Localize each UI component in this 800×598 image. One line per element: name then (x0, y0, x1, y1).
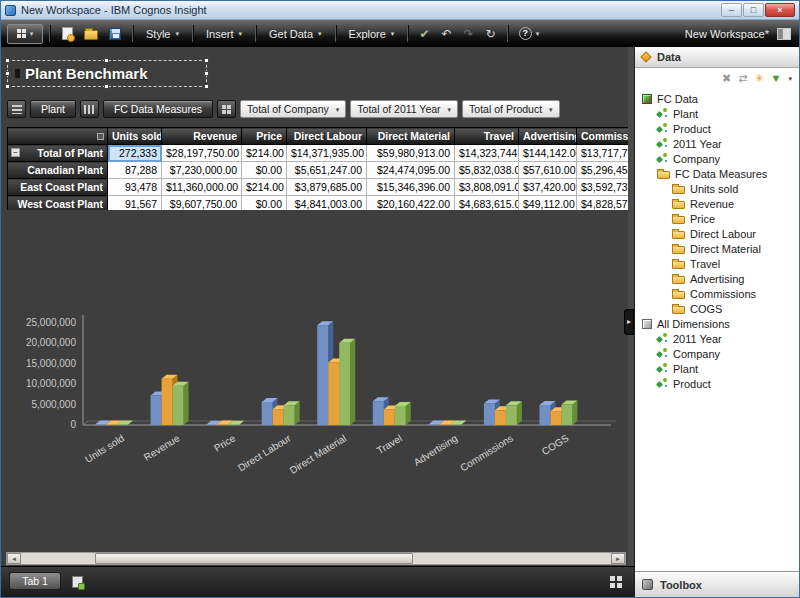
context-filter-year[interactable]: Total of 2011 Year ▾ (350, 100, 458, 118)
commit-button[interactable]: ✔ (414, 27, 434, 41)
crosstab-cell[interactable]: $14,323,744.00 (455, 145, 519, 162)
crosstab-cell[interactable]: $3,879,685.00 (287, 179, 367, 196)
menu-insert[interactable]: Insert ▾ (199, 25, 249, 43)
data-panel-header[interactable]: Data (635, 47, 799, 68)
title-bar[interactable]: New Workspace - IBM Cognos Insight – □ × (1, 1, 799, 20)
collapse-icon[interactable]: − (11, 148, 20, 157)
horizontal-scrollbar[interactable]: ◄ ► (6, 552, 626, 565)
crosstab-cell[interactable]: $57,610.00 (519, 162, 577, 179)
columns-dimension-button[interactable]: FC Data Measures (103, 100, 213, 118)
columns-zone-button[interactable] (80, 100, 99, 118)
remove-icon[interactable]: ✖ (722, 73, 731, 84)
crosstab-cell[interactable]: $37,420.00 (519, 179, 577, 196)
add-tab-button[interactable] (67, 574, 87, 589)
context-filter-company[interactable]: Total of Company ▾ (240, 100, 346, 118)
selection-handle[interactable] (5, 84, 10, 89)
crosstab-cell[interactable]: $24,474,095.00 (367, 162, 455, 179)
tree-item-revenue[interactable]: Revenue (635, 196, 799, 211)
tree-item-plant[interactable]: Plant (635, 106, 799, 121)
crosstab-row-header[interactable]: Canadian Plant (8, 162, 108, 179)
crosstab-row-header[interactable]: −Total of Plant (8, 145, 108, 162)
selection-handle[interactable] (204, 84, 209, 89)
rows-dimension-button[interactable]: Plant (30, 100, 76, 118)
selection-handle[interactable] (104, 58, 109, 63)
tab-1[interactable]: Tab 1 (9, 572, 61, 590)
rows-zone-button[interactable] (7, 100, 26, 118)
crosstab-cell[interactable]: 87,288 (108, 162, 162, 179)
new-workspace-button[interactable] (56, 24, 78, 44)
tree-item-2011-year[interactable]: 2011 Year (635, 331, 799, 346)
crosstab-cell[interactable]: $3,808,091.00 (455, 179, 519, 196)
crosstab-cell[interactable]: 93,478 (108, 179, 162, 196)
crosstab-column-header[interactable]: Commissions (577, 128, 629, 145)
save-button[interactable] (104, 24, 126, 44)
tree-item-cogs[interactable]: COGS (635, 301, 799, 316)
crosstab-widget[interactable]: Units soldRevenuePriceDirect LabourDirec… (7, 127, 628, 210)
crosstab-corner[interactable] (8, 128, 108, 145)
refresh-button[interactable]: ↻ (481, 27, 501, 41)
selection-handle[interactable] (104, 84, 109, 89)
tree-item-direct-labour[interactable]: Direct Labour (635, 226, 799, 241)
crosstab-cell[interactable]: $15,346,396.00 (367, 179, 455, 196)
crosstab-cell[interactable]: $0.00 (242, 196, 287, 211)
tree-item-product[interactable]: Product (635, 376, 799, 391)
menu-explore[interactable]: Explore ▾ (342, 25, 402, 43)
tree-item-travel[interactable]: Travel (635, 256, 799, 271)
tree-item-advertising[interactable]: Advertising (635, 271, 799, 286)
crosstab-column-header[interactable]: Travel (455, 128, 519, 145)
widget-grip-icon[interactable] (15, 69, 20, 78)
redo-button[interactable]: ↷ (459, 27, 479, 41)
crosstab-cell[interactable]: 91,567 (108, 196, 162, 211)
crosstab-column-header[interactable]: Direct Material (367, 128, 455, 145)
chevron-down-icon[interactable]: ▾ (788, 75, 792, 82)
context-zone-button[interactable] (217, 100, 236, 118)
crosstab-cell[interactable]: $214.00 (242, 145, 287, 162)
tree-item-plant[interactable]: Plant (635, 361, 799, 376)
crosstab-cell[interactable]: $4,683,615.00 (455, 196, 519, 211)
crosstab-column-header[interactable]: Revenue (162, 128, 242, 145)
crosstab-cell[interactable]: $11,360,000.00 (162, 179, 242, 196)
crosstab-cell[interactable]: 272,333 (108, 145, 162, 162)
tree-item-commissions[interactable]: Commissions (635, 286, 799, 301)
crosstab-row-header[interactable]: East Coast Plant (8, 179, 108, 196)
collapse-panel-button[interactable]: ▸ (624, 309, 634, 335)
title-widget[interactable]: Plant Benchmark (7, 60, 207, 87)
crosstab-cell[interactable]: $7,230,000.00 (162, 162, 242, 179)
scroll-right-button[interactable]: ► (611, 553, 625, 564)
crosstab-cell[interactable]: $20,160,422.00 (367, 196, 455, 211)
crosstab-column-header[interactable]: Advertising (519, 128, 577, 145)
help-button[interactable]: ? ▾ (514, 27, 545, 40)
close-button[interactable]: × (765, 3, 795, 17)
selection-handle[interactable] (204, 71, 209, 76)
crosstab-cell[interactable]: $13,717,763.00 (577, 145, 629, 162)
minimize-button[interactable]: – (721, 3, 742, 17)
selection-handle[interactable] (5, 71, 10, 76)
selection-handle[interactable] (5, 58, 10, 63)
crosstab-cell[interactable]: $5,832,038.00 (455, 162, 519, 179)
swap-icon[interactable]: ⇄ (738, 73, 747, 84)
crosstab-column-header[interactable]: Units sold (108, 128, 162, 145)
tree-item-company[interactable]: Company (635, 346, 799, 361)
tree-item-product[interactable]: Product (635, 121, 799, 136)
calculation-icon[interactable]: ✳ (754, 73, 763, 84)
tree-item-company[interactable]: Company (635, 151, 799, 166)
crosstab-cell[interactable]: $9,607,750.00 (162, 196, 242, 211)
tree-item-fc-data-measures[interactable]: FC Data Measures (635, 166, 799, 181)
bar-chart[interactable]: 25,000,00020,000,00015,000,00010,000,000… (5, 297, 629, 482)
crosstab-cell[interactable]: $3,592,736.00 (577, 179, 629, 196)
crosstab-cell[interactable]: $59,980,913.00 (367, 145, 455, 162)
tree-item-direct-material[interactable]: Direct Material (635, 241, 799, 256)
scroll-left-button[interactable]: ◄ (7, 553, 21, 564)
crosstab-column-header[interactable]: Price (242, 128, 287, 145)
crosstab-cell[interactable]: $4,828,576.00 (577, 196, 629, 211)
open-button[interactable] (80, 24, 102, 44)
workspace-canvas[interactable]: Plant Benchmark Plant FC Data Measures T… (1, 47, 634, 597)
tree-item-fc-data[interactable]: FC Data (635, 91, 799, 106)
selection-handle[interactable] (204, 58, 209, 63)
tree-item-price[interactable]: Price (635, 211, 799, 226)
context-filter-product[interactable]: Total of Product ▾ (462, 100, 559, 118)
menu-style[interactable]: Style ▾ (139, 25, 186, 43)
tree-item-all-dimensions[interactable]: All Dimensions (635, 316, 799, 331)
maximize-button[interactable]: □ (743, 3, 764, 17)
crosstab-cell[interactable]: $49,112.00 (519, 196, 577, 211)
